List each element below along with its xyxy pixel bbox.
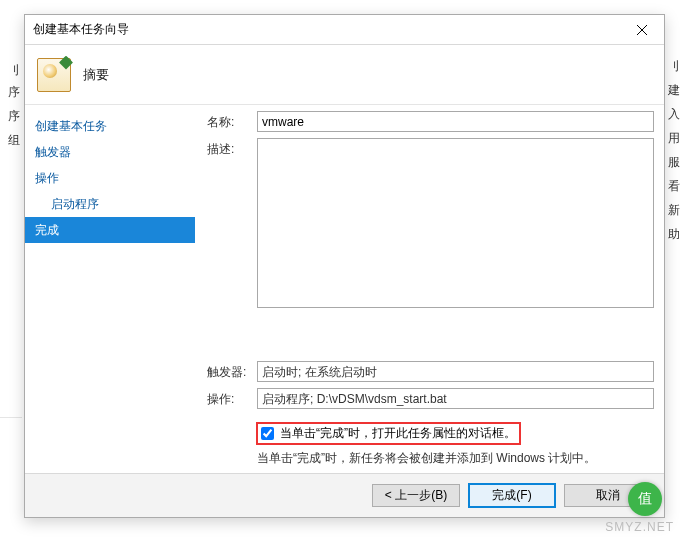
wizard-footer: < 上一步(B) 完成(F) 取消 xyxy=(25,473,664,517)
trigger-value: 启动时; 在系统启动时 xyxy=(257,361,654,382)
open-properties-label: 当单击“完成”时，打开此任务属性的对话框。 xyxy=(280,425,516,442)
open-properties-checkbox[interactable] xyxy=(261,427,274,440)
site-badge-icon: 值 xyxy=(628,482,662,516)
sidebar-item-trigger[interactable]: 触发器 xyxy=(25,139,195,165)
name-input[interactable] xyxy=(257,111,654,132)
action-label: 操作: xyxy=(207,388,257,408)
trigger-label: 触发器: xyxy=(207,361,257,381)
finish-note: 当单击“完成”时，新任务将会被创建并添加到 Windows 计划中。 xyxy=(257,450,654,467)
description-label: 描述: xyxy=(207,138,257,158)
titlebar: 创建基本任务向导 xyxy=(25,15,664,45)
sidebar-item-create-basic-task[interactable]: 创建基本任务 xyxy=(25,113,195,139)
back-button[interactable]: < 上一步(B) xyxy=(372,484,460,507)
wizard-header: 摘要 xyxy=(25,45,664,105)
description-textarea[interactable] xyxy=(257,138,654,308)
sidebar-item-finish[interactable]: 完成 xyxy=(25,217,195,243)
wizard-header-title: 摘要 xyxy=(83,66,109,84)
open-properties-checkbox-row[interactable]: 当单击“完成”时，打开此任务属性的对话框。 xyxy=(257,423,520,444)
sidebar-item-action[interactable]: 操作 xyxy=(25,165,195,191)
sidebar-item-start-program[interactable]: 启动程序 xyxy=(25,191,195,217)
finish-button[interactable]: 完成(F) xyxy=(468,483,556,508)
action-value: 启动程序; D:\vDSM\vdsm_start.bat xyxy=(257,388,654,409)
wizard-dialog: 创建基本任务向导 摘要 创建基本任务 触发器 操作 启动程序 完成 名称: 描述… xyxy=(24,14,665,518)
wizard-header-icon xyxy=(37,58,71,92)
background-left-text: 刂序 序 组 xyxy=(0,18,22,418)
dialog-title: 创建基本任务向导 xyxy=(33,21,129,38)
wizard-body: 创建基本任务 触发器 操作 启动程序 完成 名称: 描述: 触发器: 启动时; … xyxy=(25,105,664,473)
watermark: SMYZ.NET xyxy=(605,520,674,534)
wizard-form: 名称: 描述: 触发器: 启动时; 在系统启动时 操作: 启动程序; D:\vD… xyxy=(195,105,664,473)
close-button[interactable] xyxy=(620,15,664,45)
name-label: 名称: xyxy=(207,111,257,131)
wizard-sidebar: 创建基本任务 触发器 操作 启动程序 完成 xyxy=(25,105,195,473)
background-right-text: 刂 建 入 用 服 看 新 助 xyxy=(666,54,680,246)
close-icon xyxy=(637,25,647,35)
